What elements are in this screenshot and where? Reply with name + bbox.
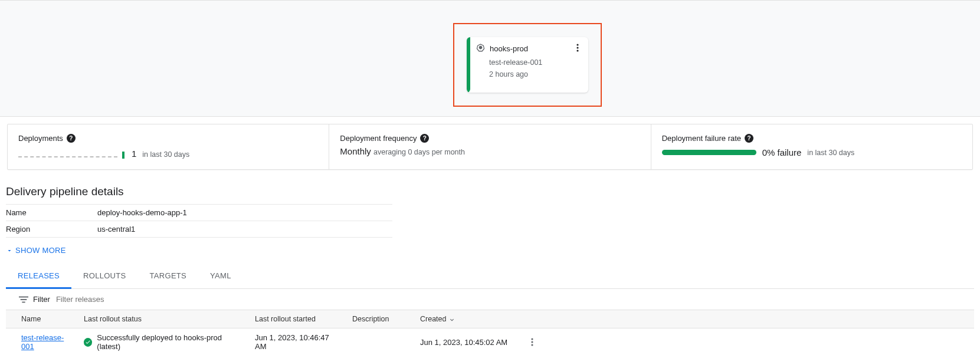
detail-name-label: Name xyxy=(6,205,97,221)
target-card-release: test-release-001 xyxy=(489,58,581,67)
svg-point-7 xyxy=(531,341,533,343)
metric-failure-rate: Deployment failure rate ? 0% failure in … xyxy=(651,124,972,169)
filter-bar: Filter xyxy=(6,289,974,310)
detail-region-label: Region xyxy=(6,221,97,238)
show-more-label: SHOW MORE xyxy=(15,246,66,255)
chevron-down-icon xyxy=(6,247,13,254)
tab-rollouts[interactable]: ROLLOUTS xyxy=(71,264,137,288)
svg-point-1 xyxy=(576,47,578,48)
failure-value: 0% failure xyxy=(762,147,802,157)
help-icon[interactable]: ? xyxy=(67,134,76,143)
tab-yaml[interactable]: YAML xyxy=(198,264,243,288)
tabs-bar: RELEASES ROLLOUTS TARGETS YAML xyxy=(6,264,974,289)
target-card-hooks-prod[interactable]: hooks-prod test-release-001 2 hours ago xyxy=(467,37,588,93)
deployments-count: 1 xyxy=(132,149,136,159)
metric-frequency-label: Deployment frequency xyxy=(340,134,417,143)
metric-failure-label: Deployment failure rate xyxy=(662,134,741,143)
svg-rect-5 xyxy=(22,301,25,303)
tab-targets[interactable]: TARGETS xyxy=(138,264,199,288)
th-status[interactable]: Last rollout status xyxy=(77,310,248,328)
pipeline-details-table: Name deploy-hooks-demo-app-1 Region us-c… xyxy=(6,204,392,238)
filter-input[interactable] xyxy=(56,295,968,304)
pipeline-canvas: hooks-prod test-release-001 2 hours ago xyxy=(0,0,980,117)
metric-deployments-label: Deployments xyxy=(18,134,63,143)
table-row: test-release-001 Successfully deployed t… xyxy=(6,328,974,356)
svg-rect-4 xyxy=(21,299,27,300)
failure-suffix: in last 30 days xyxy=(807,149,854,157)
success-check-icon xyxy=(84,338,92,347)
svg-point-6 xyxy=(531,338,533,340)
filter-label-text: Filter xyxy=(33,295,50,304)
arrow-down-icon xyxy=(448,315,455,323)
th-started[interactable]: Last rollout started xyxy=(248,310,345,328)
highlight-annotation: hooks-prod test-release-001 2 hours ago xyxy=(453,23,602,107)
frequency-suffix: averaging 0 days per month xyxy=(373,148,465,156)
th-created-label: Created xyxy=(420,315,446,323)
detail-name-value: deploy-hooks-demo-app-1 xyxy=(97,205,392,221)
show-more-button[interactable]: SHOW MORE xyxy=(6,246,66,255)
rollout-started-text: Jun 1, 2023, 10:46:47 AM xyxy=(248,328,345,356)
svg-point-0 xyxy=(576,44,578,45)
release-name-link[interactable]: test-release-001 xyxy=(21,333,64,351)
svg-rect-3 xyxy=(19,296,28,297)
failure-progress-bar xyxy=(662,150,756,155)
frequency-value: Monthly xyxy=(340,146,371,156)
help-icon[interactable]: ? xyxy=(745,134,753,143)
target-card-title: hooks-prod xyxy=(490,44,528,53)
svg-point-8 xyxy=(531,344,533,346)
metric-deployments: Deployments ? 1 in last 30 days xyxy=(8,124,329,169)
th-name[interactable]: Name xyxy=(6,310,77,328)
svg-point-2 xyxy=(576,50,578,51)
target-card-more-button[interactable] xyxy=(572,42,584,54)
deployments-suffix: in last 30 days xyxy=(142,150,189,159)
row-more-button[interactable] xyxy=(526,336,538,348)
help-icon[interactable]: ? xyxy=(420,134,429,143)
metric-frequency: Deployment frequency ? Monthly averaging… xyxy=(329,124,651,169)
kubernetes-icon xyxy=(476,43,485,54)
rollout-status-text: Successfully deployed to hooks-prod (lat… xyxy=(97,333,241,351)
th-description[interactable]: Description xyxy=(345,310,413,328)
rollout-description-text xyxy=(345,328,413,356)
rollout-created-text: Jun 1, 2023, 10:45:02 AM xyxy=(413,328,519,356)
section-title: Delivery pipeline details xyxy=(6,185,974,198)
releases-table: Name Last rollout status Last rollout st… xyxy=(6,310,974,355)
sparkline-empty xyxy=(18,156,117,157)
filter-icon xyxy=(19,296,28,303)
sparkline-bar xyxy=(122,152,124,159)
tab-releases[interactable]: RELEASES xyxy=(6,264,71,289)
detail-region-value: us-central1 xyxy=(97,221,392,238)
target-card-timestamp: 2 hours ago xyxy=(489,70,581,78)
th-created[interactable]: Created xyxy=(413,310,519,328)
metrics-panel: Deployments ? 1 in last 30 days Deployme… xyxy=(7,124,973,170)
